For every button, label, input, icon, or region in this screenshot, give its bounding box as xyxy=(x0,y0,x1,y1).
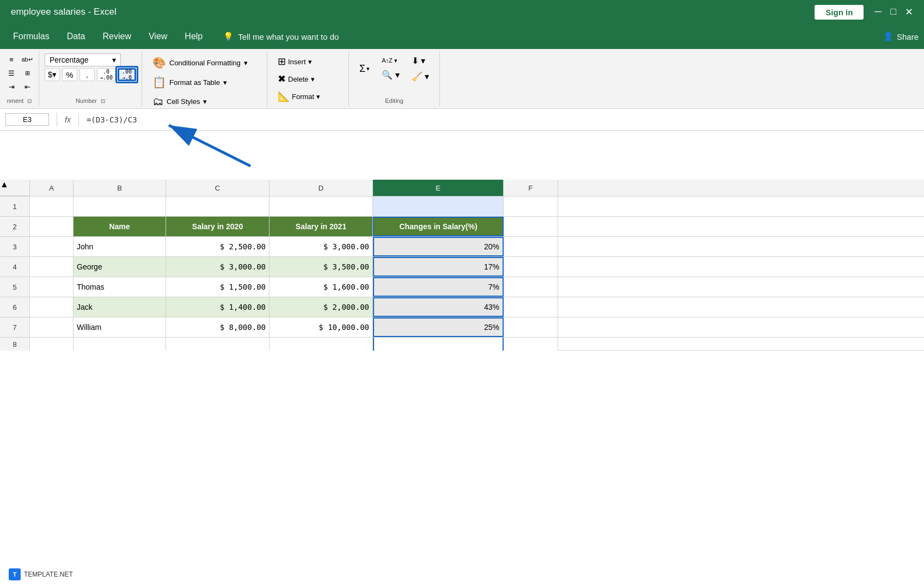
col-header-c[interactable]: C xyxy=(166,180,270,196)
cell-b4[interactable]: George xyxy=(74,257,166,277)
menu-review[interactable]: Review xyxy=(95,27,138,46)
conditional-formatting-button[interactable]: 🎨 Conditional Formatting ▾ xyxy=(148,53,261,72)
cell-styles-button[interactable]: 🗂 Cell Styles ▾ xyxy=(148,93,261,109)
table-row: 8 xyxy=(0,338,924,351)
cell-c4[interactable]: $ 3,000.00 xyxy=(166,257,270,277)
insert-button[interactable]: ⊞ Insert ▾ xyxy=(273,53,343,70)
cell-d6[interactable]: $ 2,000.00 xyxy=(270,297,373,317)
maximize-button[interactable]: □ xyxy=(890,6,896,18)
cell-d3[interactable]: $ 3,000.00 xyxy=(270,237,373,256)
cell-e3[interactable]: 20% xyxy=(373,237,504,256)
cell-b1[interactable] xyxy=(74,197,166,216)
cell-b5[interactable]: Thomas xyxy=(74,277,166,297)
comma-button[interactable]: , xyxy=(79,68,95,81)
indent-button[interactable]: ⇥ xyxy=(4,81,19,93)
outdent-button[interactable]: ⇤ xyxy=(20,81,34,93)
cell-f2[interactable] xyxy=(504,217,558,236)
cell-e7[interactable]: 25% xyxy=(373,317,504,337)
text-wrap-button[interactable]: ab↵ xyxy=(20,53,34,65)
cell-f1[interactable] xyxy=(504,197,558,216)
column-headers: ▲ A B C D E F xyxy=(0,180,924,197)
cell-a8[interactable] xyxy=(30,338,74,351)
cell-a4[interactable] xyxy=(30,257,74,277)
tell-me-bar[interactable]: 💡 Tell me what you want to do xyxy=(223,32,339,41)
sort-asc-button[interactable]: A↑Z ▾ xyxy=(377,55,404,66)
cell-e5[interactable]: 7% xyxy=(373,277,504,297)
minimize-button[interactable]: ─ xyxy=(874,6,882,18)
svg-line-1 xyxy=(169,125,250,166)
cell-f7[interactable] xyxy=(504,317,558,337)
cell-f4[interactable] xyxy=(504,257,558,277)
format-icon: 📐 xyxy=(278,90,290,102)
cell-d1[interactable] xyxy=(270,197,373,216)
cell-e1[interactable] xyxy=(373,197,504,216)
sum-button[interactable]: Σ ▾ xyxy=(354,60,375,77)
percent-button[interactable]: % xyxy=(62,68,77,81)
cell-f5[interactable] xyxy=(504,277,558,297)
increase-decimal-button[interactable]: .0→.00 xyxy=(97,68,115,81)
cell-c1[interactable] xyxy=(166,197,270,216)
cell-e8[interactable] xyxy=(373,338,504,351)
cell-d2[interactable]: Salary in 2021 xyxy=(270,217,373,236)
cell-a5[interactable] xyxy=(30,277,74,297)
cell-c2[interactable]: Salary in 2020 xyxy=(166,217,270,236)
row-num-4: 4 xyxy=(0,257,30,277)
cell-f6[interactable] xyxy=(504,297,558,317)
cell-f3[interactable] xyxy=(504,237,558,256)
cell-f8[interactable] xyxy=(504,338,558,351)
sign-in-button[interactable]: Sign in xyxy=(815,5,864,20)
fill-button[interactable]: ⬇ ▾ xyxy=(407,53,434,68)
menu-formulas[interactable]: Formulas xyxy=(5,27,57,46)
cell-b6[interactable]: Jack xyxy=(74,297,166,317)
cell-d4[interactable]: $ 3,500.00 xyxy=(270,257,373,277)
cell-c3[interactable]: $ 2,500.00 xyxy=(166,237,270,256)
cell-b8[interactable] xyxy=(74,338,166,351)
format-button[interactable]: 📐 Format ▾ xyxy=(273,88,343,105)
cell-d8[interactable] xyxy=(270,338,373,351)
cell-b2[interactable]: Name xyxy=(74,217,166,236)
cell-c8[interactable] xyxy=(166,338,270,351)
cell-a3[interactable] xyxy=(30,237,74,256)
find-button[interactable]: 🔍 ▾ xyxy=(377,68,404,82)
align-center-button[interactable]: ☰ xyxy=(4,67,19,79)
delete-label: Delete xyxy=(288,75,309,83)
cell-b7[interactable]: William xyxy=(74,317,166,337)
menu-data[interactable]: Data xyxy=(59,27,93,46)
cell-e6[interactable]: 43% xyxy=(373,297,504,317)
table-row: 2 Name Salary in 2020 Salary in 2021 Cha… xyxy=(0,217,924,237)
cell-e4[interactable]: 17% xyxy=(373,257,504,277)
alignment-expand-icon[interactable]: ⊡ xyxy=(27,98,32,104)
menu-view[interactable]: View xyxy=(141,27,175,46)
cell-c6[interactable]: $ 1,400.00 xyxy=(166,297,270,317)
col-header-d[interactable]: D xyxy=(270,180,373,196)
cell-a2[interactable] xyxy=(30,217,74,236)
col-header-f[interactable]: F xyxy=(504,180,558,196)
menu-help[interactable]: Help xyxy=(177,27,210,46)
close-button[interactable]: ✕ xyxy=(905,6,913,18)
merge-button[interactable]: ⊞ xyxy=(20,67,34,79)
cell-c7[interactable]: $ 8,000.00 xyxy=(166,317,270,337)
number-expand-icon[interactable]: ⊡ xyxy=(101,98,105,104)
cell-a1[interactable] xyxy=(30,197,74,216)
cell-reference-box[interactable]: E3 xyxy=(5,113,49,126)
cell-a7[interactable] xyxy=(30,317,74,337)
delete-button[interactable]: ✖ Delete ▾ xyxy=(273,71,343,87)
decrease-decimal-button[interactable]: .00→.0 xyxy=(118,68,136,81)
align-left-button[interactable]: ≡ xyxy=(4,53,19,65)
delete-dropdown-icon: ▾ xyxy=(311,75,315,83)
cell-c5[interactable]: $ 1,500.00 xyxy=(166,277,270,297)
share-label: Share xyxy=(897,32,919,41)
col-header-b[interactable]: B xyxy=(74,180,166,196)
cell-d7[interactable]: $ 10,000.00 xyxy=(270,317,373,337)
format-as-table-button[interactable]: 📋 Format as Table ▾ xyxy=(148,73,261,91)
cell-a6[interactable] xyxy=(30,297,74,317)
cell-d5[interactable]: $ 1,600.00 xyxy=(270,277,373,297)
col-header-a[interactable]: A xyxy=(30,180,74,196)
cell-e2[interactable]: Changes in Salary(%) xyxy=(373,217,504,236)
share-button[interactable]: 👤 Share xyxy=(883,32,919,41)
currency-button[interactable]: $▾ xyxy=(45,68,60,81)
col-header-e[interactable]: E xyxy=(373,180,504,196)
clear-button[interactable]: 🧹 ▾ xyxy=(407,69,434,84)
cell-b3[interactable]: John xyxy=(74,237,166,256)
number-format-dropdown[interactable]: Percentage ▾ xyxy=(45,53,121,66)
